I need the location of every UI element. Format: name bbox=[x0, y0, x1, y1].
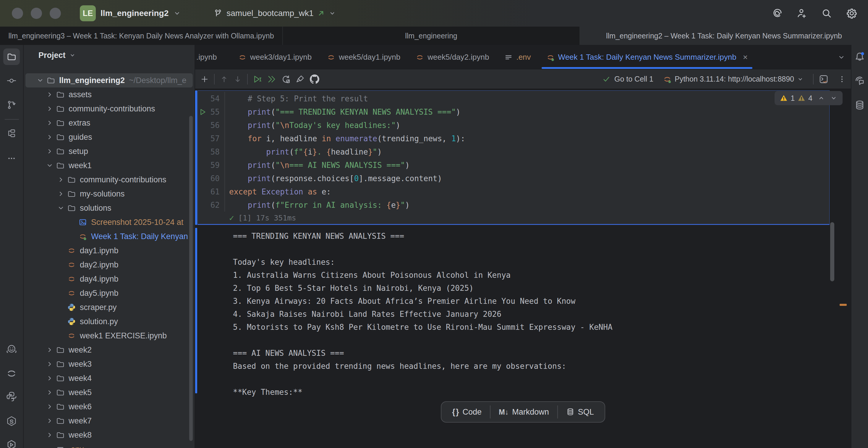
code-line[interactable]: 58 print(f"{i}. {headline}") bbox=[198, 145, 829, 158]
window-controls[interactable] bbox=[12, 8, 61, 19]
tree-row[interactable]: my-solutions bbox=[24, 187, 194, 201]
restart-kernel-button[interactable] bbox=[281, 75, 290, 84]
chevron-down-icon[interactable] bbox=[37, 76, 47, 85]
tree-row[interactable]: guides bbox=[24, 130, 194, 144]
editor-tab[interactable]: week5/day2.ipynb bbox=[408, 45, 497, 69]
search-icon[interactable] bbox=[821, 8, 832, 19]
tree-row[interactable]: week5 bbox=[24, 385, 194, 399]
database-icon[interactable] bbox=[855, 100, 865, 110]
commit-tool-button[interactable] bbox=[7, 76, 16, 86]
tree-row[interactable]: week1 bbox=[24, 158, 194, 172]
close-window-button[interactable] bbox=[12, 8, 23, 19]
tree-row[interactable]: week6 bbox=[24, 399, 194, 414]
tree-row[interactable]: setup bbox=[24, 144, 194, 158]
settings-gear-icon[interactable] bbox=[846, 8, 857, 19]
chevron-right-icon[interactable] bbox=[46, 417, 56, 425]
tree-row[interactable]: week7 bbox=[24, 414, 194, 428]
tree-row[interactable]: scraper.py bbox=[24, 300, 194, 314]
code-line[interactable]: 62 print(f"Error in AI analysis: {e}") bbox=[198, 198, 829, 212]
inspections-widget[interactable]: 1 4 bbox=[775, 91, 843, 105]
editor-tab[interactable]: .env bbox=[497, 45, 538, 69]
run-all-cells-button[interactable] bbox=[267, 75, 276, 84]
show-hidden-tabs-button[interactable] bbox=[832, 45, 851, 69]
code-line[interactable]: 55 print("=== TRENDING KENYAN NEWS ANALY… bbox=[198, 105, 829, 119]
version-control-tool-button[interactable] bbox=[7, 100, 16, 109]
chevron-right-icon[interactable] bbox=[46, 90, 56, 99]
tree-row[interactable]: assets bbox=[24, 88, 194, 102]
editor-tab[interactable]: week3/day1.ipynb bbox=[230, 45, 319, 69]
tree-row[interactable]: Screenshot 2025-10-24 at bbox=[24, 215, 194, 229]
next-problem-button[interactable] bbox=[830, 95, 837, 102]
error-stripe-mark[interactable] bbox=[840, 304, 847, 306]
code-line[interactable]: 56 print("\nToday's key headlines:") bbox=[198, 119, 829, 132]
code-cell[interactable]: 54 # Step 5: Print the result55 print("=… bbox=[197, 90, 830, 225]
tree-row[interactable]: extras bbox=[24, 116, 194, 130]
kernel-selector[interactable]: Python 3.11.14: http://localhost:8890 bbox=[663, 75, 804, 84]
tree-row[interactable]: week1 EXERCISE.ipynb bbox=[24, 329, 194, 343]
tree-row[interactable]: day4.ipynb bbox=[24, 272, 194, 286]
structure-tool-button[interactable] bbox=[7, 129, 16, 138]
chevron-right-icon[interactable] bbox=[46, 360, 56, 368]
editor-tab[interactable]: .ipynb bbox=[195, 45, 230, 69]
chevron-right-icon[interactable] bbox=[46, 374, 56, 382]
more-options-kebab-icon[interactable] bbox=[838, 75, 846, 83]
ai-chat-icon[interactable] bbox=[855, 76, 865, 86]
chevron-down-icon[interactable] bbox=[46, 161, 56, 170]
tree-row[interactable]: week4 bbox=[24, 371, 194, 385]
tree-row[interactable]: .env bbox=[24, 442, 194, 448]
add-user-icon[interactable] bbox=[797, 8, 807, 19]
chevron-right-icon[interactable] bbox=[46, 388, 56, 396]
project-panel-header[interactable]: Project bbox=[24, 45, 194, 66]
tree-row[interactable]: community-contributions bbox=[24, 172, 194, 187]
chevron-down-icon[interactable] bbox=[57, 204, 67, 212]
jupyter-console-button[interactable] bbox=[819, 74, 828, 84]
chevron-right-icon[interactable] bbox=[46, 403, 56, 411]
tree-row[interactable]: day5.ipynb bbox=[24, 286, 194, 300]
huggingface-tool-button[interactable] bbox=[6, 344, 17, 355]
code-line[interactable]: 57 for i, headline in enumerate(trending… bbox=[198, 132, 829, 145]
python-console-tool-button[interactable] bbox=[6, 391, 17, 402]
notifications-bell-icon[interactable] bbox=[854, 52, 865, 63]
code-line[interactable]: 61except Exception as e: bbox=[198, 185, 829, 198]
move-cell-down-button[interactable] bbox=[234, 75, 242, 83]
code-line[interactable]: 60 print(response.choices[0].message.con… bbox=[198, 172, 829, 185]
more-tools-button[interactable] bbox=[7, 154, 16, 163]
tree-row[interactable]: week2 bbox=[24, 343, 194, 357]
tree-row[interactable]: day2.ipynb bbox=[24, 258, 194, 272]
project-tree-scrollbar[interactable] bbox=[189, 116, 193, 441]
editor-scrollbar[interactable] bbox=[830, 222, 834, 281]
minimize-window-button[interactable] bbox=[31, 8, 42, 19]
zoom-window-button[interactable] bbox=[50, 8, 61, 19]
tree-row[interactable]: community-contributions bbox=[24, 102, 194, 116]
chevron-right-icon[interactable] bbox=[57, 175, 67, 184]
tree-row[interactable]: llm_engineering2~/Desktop/llm_e bbox=[25, 73, 193, 88]
code-line[interactable]: 59 print("\n=== AI NEWS ANALYSIS ===") bbox=[198, 158, 829, 172]
close-icon[interactable]: × bbox=[743, 53, 748, 62]
tree-row[interactable]: Week 1 Task: Daily Kenyan bbox=[24, 229, 194, 244]
move-cell-up-button[interactable] bbox=[220, 75, 228, 83]
github-icon[interactable] bbox=[310, 74, 319, 84]
code-line[interactable]: 54 # Step 5: Print the result bbox=[198, 92, 829, 105]
markdown-cell-type-button[interactable]: M↓Markdown bbox=[491, 408, 557, 417]
python-packages-tool-button[interactable] bbox=[6, 416, 17, 426]
sql-cell-type-button[interactable]: SQL bbox=[558, 408, 602, 417]
chevron-right-icon[interactable] bbox=[46, 119, 56, 127]
code-cell-type-button[interactable]: { }Code bbox=[444, 408, 490, 417]
jupyter-tool-button[interactable] bbox=[6, 368, 17, 379]
tree-row[interactable]: solutions bbox=[24, 201, 194, 215]
branch-widget[interactable]: samuel_bootcamp_wk1 bbox=[213, 8, 336, 18]
editor-tab[interactable]: Week 1 Task: Daily Kenyan News Summarize… bbox=[539, 45, 755, 69]
services-tool-button[interactable] bbox=[6, 440, 17, 448]
previous-problem-button[interactable] bbox=[818, 95, 825, 102]
tree-row[interactable]: week3 bbox=[24, 357, 194, 371]
add-cell-button[interactable] bbox=[200, 75, 209, 83]
ai-assistant-icon[interactable] bbox=[772, 8, 782, 19]
chevron-right-icon[interactable] bbox=[46, 346, 56, 354]
window-tab[interactable]: llm_engineering3 – Week 1 Task: Kenyan D… bbox=[0, 27, 283, 45]
run-line-icon[interactable] bbox=[199, 108, 207, 116]
tree-row[interactable]: week8 bbox=[24, 428, 194, 442]
go-to-cell-button[interactable]: Go to Cell 1 bbox=[614, 75, 653, 83]
chevron-right-icon[interactable] bbox=[46, 105, 56, 113]
chevron-right-icon[interactable] bbox=[46, 431, 56, 439]
window-tab[interactable]: llm_engineering bbox=[283, 27, 580, 45]
